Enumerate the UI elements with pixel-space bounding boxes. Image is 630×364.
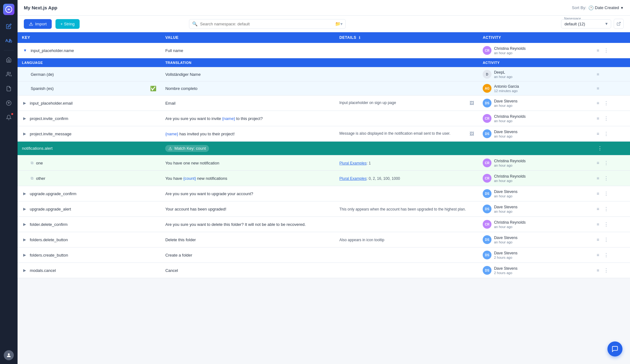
table-row: ▶ upgrade.upgrade_confirm Are you sure y… [18, 186, 630, 201]
list-icon-button[interactable]: ≡ [596, 71, 601, 77]
more-options-button[interactable]: ⋮ [602, 205, 611, 213]
expand-button[interactable]: ▶ [22, 131, 27, 137]
list-icon-button[interactable]: ≡ [596, 115, 601, 122]
list-icon-button[interactable]: ≡ [596, 190, 601, 197]
chat-button[interactable] [607, 341, 622, 356]
import-button[interactable]: Import [24, 19, 52, 29]
expand-button[interactable]: ▶ [22, 268, 27, 273]
table-container: KEY VALUE DETAILS ℹ ACTIVITY [18, 32, 630, 364]
list-icon-button[interactable]: ≡ [596, 206, 601, 212]
key-cell: ▶ folders.create_button [18, 247, 161, 263]
expand-button[interactable]: ▶ [22, 252, 27, 258]
sidebar-item-notify[interactable] [3, 111, 15, 124]
details-cell: Plural Examples: 0, 2, 16, 100, 1000 [335, 171, 478, 186]
details-cell [335, 186, 478, 201]
table-row: ⧉ other You have {count} new notificatio… [18, 171, 630, 186]
more-options-button[interactable]: ⋮ [596, 145, 604, 152]
details-cell: Input placeholder on sign up page 🖼 [335, 96, 478, 111]
key-cell: ▶ folder.delete_confirm [18, 217, 161, 232]
namespace-action-button[interactable] [614, 19, 624, 29]
more-options-button[interactable]: ⋮ [602, 252, 611, 259]
value-cell: Delete this folder [161, 232, 335, 247]
more-options-button[interactable]: ⋮ [602, 175, 611, 182]
expand-button[interactable]: ▶ [22, 191, 27, 196]
details-cell: Also appears in icon tooltip [335, 232, 478, 247]
chevron-down-icon: ▼ [620, 6, 624, 10]
search-bar: 🔍 📁▾ [189, 19, 346, 29]
expand-button[interactable]: ▶ [22, 116, 27, 121]
plural-examples-link[interactable]: Plural Examples [339, 176, 367, 181]
sidebar-item-home[interactable] [3, 54, 15, 66]
activity-cell: CR Christina Reynolds an hour ago [478, 171, 591, 186]
activity-cell: DS Dave Stevens an hour ago [478, 96, 591, 111]
more-options-button[interactable]: ⋮ [602, 115, 611, 122]
more-options-button[interactable]: ⋮ [602, 130, 611, 138]
activity-info: Christina Reynolds an hour ago [494, 46, 526, 55]
sidebar-item-upload[interactable] [3, 97, 15, 109]
actions-cell: ≡ ⋮ [591, 111, 630, 126]
copy-icon: ⧉ [31, 161, 34, 165]
more-options-button[interactable]: ⋮ [602, 267, 611, 274]
header-key: KEY [18, 32, 161, 43]
expand-button[interactable]: ▶ [22, 100, 27, 106]
folder-icon[interactable]: 📁▾ [335, 21, 343, 26]
verified-icon: ✅ [150, 86, 156, 91]
match-key-details-cell [335, 142, 478, 155]
sidebar-item-users[interactable] [3, 68, 15, 81]
user-avatar[interactable] [4, 350, 14, 360]
table-row: ▼ input_placeholder.name Full name CR Ch… [18, 43, 630, 58]
more-options-button[interactable]: ⋮ [602, 47, 611, 54]
table-row: ▶ folders.delete_button Delete this fold… [18, 232, 630, 247]
translation-header-cell: TRANSLATION [161, 58, 335, 67]
details-cell: Message is also displayed in the notific… [335, 126, 478, 142]
match-key-actions-cell: ⋮ [591, 142, 630, 155]
expand-button[interactable]: ▶ [22, 237, 27, 242]
value-cell: Your account has been upgraded! [161, 201, 335, 217]
namespace-dropdown[interactable]: default (12) ▼ [561, 19, 611, 29]
more-options-button[interactable]: ⋮ [602, 236, 611, 243]
list-icon-button[interactable]: ≡ [596, 267, 601, 273]
sidebar-item-edit[interactable] [3, 20, 15, 33]
sort-control[interactable]: Sort By: 🕐 Date Created ▼ [572, 5, 624, 10]
table-header-row: KEY VALUE DETAILS ℹ ACTIVITY [18, 32, 630, 43]
more-options-button[interactable]: ⋮ [602, 159, 611, 167]
sort-label: Sort By: [572, 5, 586, 10]
more-options-button[interactable]: ⋮ [602, 221, 611, 228]
details-cell [335, 67, 478, 81]
list-icon-button[interactable]: ≡ [596, 131, 601, 137]
sidebar-logo[interactable] [3, 4, 14, 15]
list-icon-button[interactable]: ≡ [596, 47, 601, 54]
list-icon-button[interactable]: ≡ [596, 160, 601, 166]
details-cell [335, 111, 478, 126]
expand-button[interactable]: ▶ [22, 221, 27, 227]
list-icon-button[interactable]: ≡ [596, 85, 601, 91]
search-input[interactable] [189, 19, 346, 29]
expand-button[interactable]: ▶ [22, 206, 27, 212]
list-icon-button[interactable]: ≡ [596, 221, 601, 227]
actions-cell: ≡ ⋮ [591, 43, 630, 58]
sort-value[interactable]: 🕐 Date Created ▼ [588, 5, 624, 10]
expand-button[interactable]: ▼ [22, 48, 28, 53]
add-string-button[interactable]: + String [55, 19, 80, 29]
more-options-button[interactable]: ⋮ [602, 100, 611, 107]
list-icon-button[interactable]: ≡ [596, 175, 601, 181]
chevron-down-icon: ▼ [605, 22, 608, 26]
sidebar-item-translate[interactable]: Aあ [3, 34, 15, 47]
more-options-button[interactable]: ⋮ [602, 190, 611, 197]
clock-icon: 🕐 [588, 5, 594, 10]
list-icon-button[interactable]: ≡ [596, 252, 601, 258]
activity-info: Antonio Garcia 12 minutes ago [494, 84, 519, 93]
namespace-wrapper: Namespace default (12) ▼ [561, 19, 611, 29]
avatar: AG [483, 84, 491, 93]
plural-examples-link[interactable]: Plural Examples [339, 161, 367, 165]
sidebar-item-files[interactable] [3, 82, 15, 95]
details-cell [335, 217, 478, 232]
sidebar: Aあ [0, 0, 18, 364]
actions-cell: ≡ ⋮ [591, 155, 630, 171]
avatar: CR [483, 220, 491, 229]
activity-info: Dave Stevens an hour ago [494, 190, 517, 198]
list-icon-button[interactable]: ≡ [596, 100, 601, 106]
table-row: Spanish (es) ✅ Nombre completo AG Antoni… [18, 81, 630, 96]
table-row: ▶ project.invite_message {name} has invi… [18, 126, 630, 142]
list-icon-button[interactable]: ≡ [596, 237, 601, 243]
